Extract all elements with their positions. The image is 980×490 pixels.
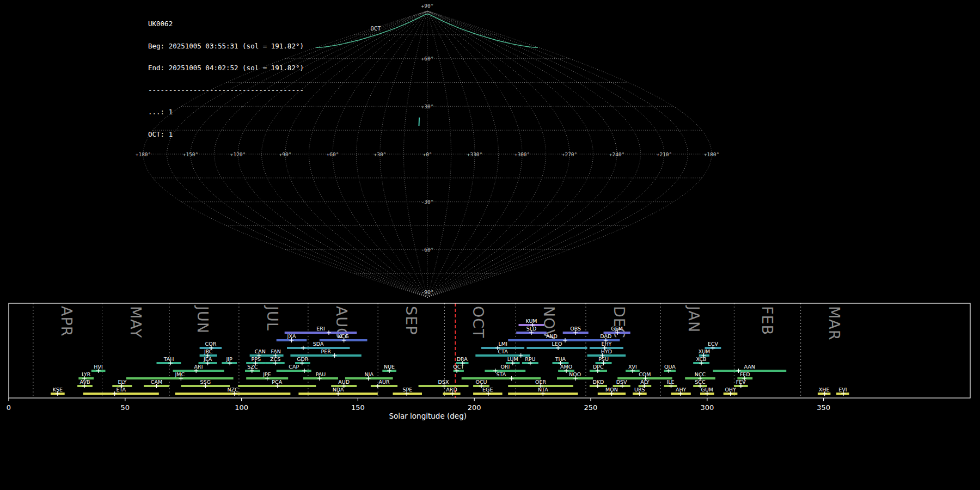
shower-label-JRC: JRC [204, 348, 213, 354]
count-oct: OCT: 1 [148, 131, 304, 138]
lat-label: -60° [421, 247, 434, 253]
shower-label-OHY: OHY [725, 387, 736, 393]
shower-label-NCC: NCC [695, 371, 706, 377]
x-tick-label: 300 [700, 403, 714, 412]
shower-label-HYD: HYD [601, 348, 612, 354]
shower-label-THA: THA [555, 356, 566, 362]
x-tick-label: 350 [817, 403, 830, 412]
shower-label-PCA: PCA [272, 379, 282, 385]
shower-label-ZCS: ZCS [270, 356, 280, 362]
shower-label-ARD: ARD [446, 387, 457, 393]
shower-label-NIA: NIA [364, 371, 373, 377]
shower-label-ECV: ECV [708, 341, 719, 347]
shower-label-GEM: GEM [611, 326, 623, 332]
shower-label-EGE: EGE [482, 387, 493, 393]
begin-time: Beg: 20251005 03:55:31 (sol = 191.82°) [148, 42, 304, 50]
month-label-JUL: JUL [264, 305, 281, 331]
shower-label-PPS: PPS [252, 356, 261, 362]
lon-label: +180° [704, 151, 720, 157]
shower-label-URS: URS [634, 387, 645, 393]
lon-label: +60° [327, 151, 339, 157]
shower-label-PAU: PAU [316, 371, 326, 377]
station-id: UK0062 [148, 20, 304, 28]
shower-label-SDA: SDA [313, 341, 324, 347]
shower-label-DSV: DSV [616, 379, 627, 385]
lon-label: +0° [422, 151, 432, 157]
shower-label-AUD: AUD [338, 379, 350, 385]
lon-label: +240° [609, 151, 625, 157]
shower-label-XCB: XCB [696, 356, 707, 362]
shower-label-KUM: KUM [525, 318, 537, 324]
month-label-APR: APR [58, 306, 75, 337]
shower-peak-STA [510, 376, 514, 381]
shower-label-AHY: AHY [676, 387, 687, 393]
shower-label-XHE: XHE [819, 387, 830, 393]
month-label-JAN: JAN [685, 305, 702, 333]
lon-label: +120° [230, 151, 246, 157]
lat-label: +90° [421, 3, 434, 9]
shower-label-KCG: KCG [338, 333, 349, 339]
shower-bar-ETA [83, 393, 159, 395]
shower-label-JEA: JEA [203, 356, 212, 362]
shower-label-JXA: JXA [287, 333, 296, 339]
x-tick-label: 0 [7, 403, 11, 412]
lon-label: +210° [657, 151, 672, 157]
lon-label: +300° [514, 151, 530, 157]
shower-label-QUA: QUA [664, 364, 676, 370]
shower-label-MON: MON [605, 387, 618, 393]
month-label-MAR: MAR [826, 306, 843, 341]
x-axis-title: Solar longitude (deg) [389, 412, 467, 420]
shower-label-AMO: AMO [560, 364, 572, 370]
oct-ring-label: OCT [371, 25, 382, 32]
lon-label: +90° [279, 151, 292, 157]
shower-label-PER: PER [321, 348, 331, 354]
shower-label-XUM: XUM [699, 348, 710, 354]
shower-label-OBS: OBS [570, 326, 581, 332]
shower-label-NOO: NOO [569, 371, 581, 377]
shower-label-EHY: EHY [601, 341, 611, 347]
shower-label-XVI: XVI [628, 364, 637, 370]
month-label-OCT: OCT [470, 306, 487, 339]
radiant-plot-canvas: +180°+150°+120°+90°+60°+30°+0°+330°+300°… [0, 0, 980, 490]
shower-label-OER: OER [535, 379, 546, 385]
shower-label-EVI: EVI [838, 387, 847, 393]
shower-label-ILE: ILE [666, 379, 674, 385]
shower-label-ALY: ALY [640, 379, 650, 385]
count-total: ...: 1 [148, 108, 304, 116]
separator-line: -------------------------------------- [148, 87, 304, 94]
shower-bar-SDA [287, 347, 350, 349]
shower-peak-ERI [327, 330, 331, 335]
shower-label-JPE: JPE [262, 371, 271, 377]
shower-label-SLD: SLD [526, 326, 537, 332]
shower-label-CAP: CAP [289, 364, 299, 370]
radiant-map-screen: { "header": { "station": "UK0062", "beg"… [0, 0, 980, 490]
month-label-MAY: MAY [127, 306, 144, 338]
shower-label-HVI: HVI [94, 364, 102, 370]
shower-label-SSG: SSG [200, 379, 211, 385]
shower-label-GDR: GDR [297, 356, 309, 362]
shower-label-TAH: TAH [163, 356, 174, 362]
shower-label-KSE: KSE [53, 387, 63, 393]
x-tick-label: 50 [121, 403, 130, 412]
month-label-SEP: SEP [403, 306, 420, 335]
shower-label-GUM: GUM [701, 387, 714, 393]
shower-label-RPU: RPU [525, 356, 535, 362]
shower-peak-CAP [302, 369, 307, 373]
month-label-FEB: FEB [759, 306, 776, 335]
shower-label-SPE: SPE [402, 387, 412, 393]
shower-peak-PER [333, 353, 337, 358]
shower-label-ELY: ELY [118, 379, 127, 385]
meridian-line [427, 11, 664, 297]
shower-label-SCC: SCC [695, 379, 706, 385]
meridian-line [380, 11, 427, 297]
shower-label-NTA: NTA [538, 387, 548, 393]
meridian-line [427, 11, 499, 297]
shower-label-FED: FED [740, 371, 750, 377]
lat-label: -30° [421, 199, 434, 205]
shower-bar-AUR [371, 385, 397, 387]
x-tick-label: 100 [235, 403, 248, 412]
shower-bar-STA [462, 377, 541, 379]
shower-label-JMC: JMC [174, 371, 185, 377]
shower-label-FAN: FAN [271, 348, 281, 354]
lon-label: +330° [467, 151, 483, 157]
